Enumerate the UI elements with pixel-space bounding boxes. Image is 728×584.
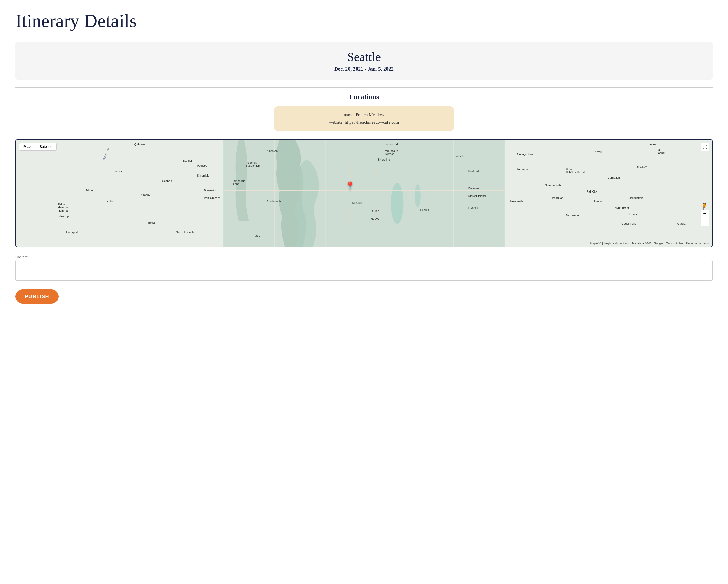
location-card: name: French Meadow website: https://fre… bbox=[274, 106, 454, 132]
svg-marker-1 bbox=[224, 140, 504, 247]
content-textarea[interactable] bbox=[16, 260, 712, 281]
divider bbox=[16, 87, 712, 88]
map-container: Map Satellite Quilcene Lynnwood Kingston… bbox=[16, 139, 712, 247]
locations-heading: Locations bbox=[16, 93, 712, 101]
map-tab-map[interactable]: Map bbox=[19, 143, 35, 150]
keyboard-shortcuts-label[interactable]: Keyboard shortcuts bbox=[604, 242, 629, 245]
map-zoom-in-button[interactable]: + bbox=[701, 210, 709, 218]
location-name: name: French Meadow bbox=[282, 111, 446, 119]
map-fullscreen-button[interactable] bbox=[701, 143, 709, 151]
publish-button[interactable]: PUBLISH bbox=[16, 289, 58, 304]
svg-point-3 bbox=[415, 184, 421, 207]
locations-section: Locations name: French Meadow website: h… bbox=[16, 93, 712, 132]
map-controls[interactable]: Map Satellite bbox=[19, 143, 57, 150]
map-data-copyright: Map data ©2021 Google bbox=[632, 242, 663, 245]
date-range: Dec. 20, 2021 - Jan. 5, 2022 bbox=[26, 66, 702, 72]
location-website: website: https://frenchmeadowcafe.com bbox=[282, 119, 446, 126]
map-zoom-out-button[interactable]: − bbox=[701, 218, 709, 226]
map-pin: 📍 bbox=[345, 181, 355, 191]
map-label-seattle: Seattle bbox=[352, 201, 363, 205]
map-background bbox=[16, 140, 712, 247]
content-label: Content: bbox=[16, 255, 712, 259]
destination-name: Seattle bbox=[26, 50, 702, 64]
itinerary-card: Seattle Dec. 20, 2021 - Jan. 5, 2022 bbox=[16, 42, 712, 80]
report-map-error[interactable]: Report a map error bbox=[686, 242, 710, 245]
svg-point-2 bbox=[391, 183, 404, 224]
content-section: Content: bbox=[16, 255, 712, 282]
map-tab-satellite[interactable]: Satellite bbox=[35, 143, 57, 150]
page-title: Itinerary Details bbox=[16, 10, 712, 32]
fullscreen-icon bbox=[703, 145, 707, 149]
map-attribution: Maple V | Keyboard shortcuts Map data ©2… bbox=[590, 242, 710, 245]
map-zoom-controls[interactable]: + − bbox=[701, 210, 709, 226]
terms-of-use[interactable]: Terms of Use bbox=[666, 242, 683, 245]
map-data-label: Maple V bbox=[590, 242, 601, 245]
